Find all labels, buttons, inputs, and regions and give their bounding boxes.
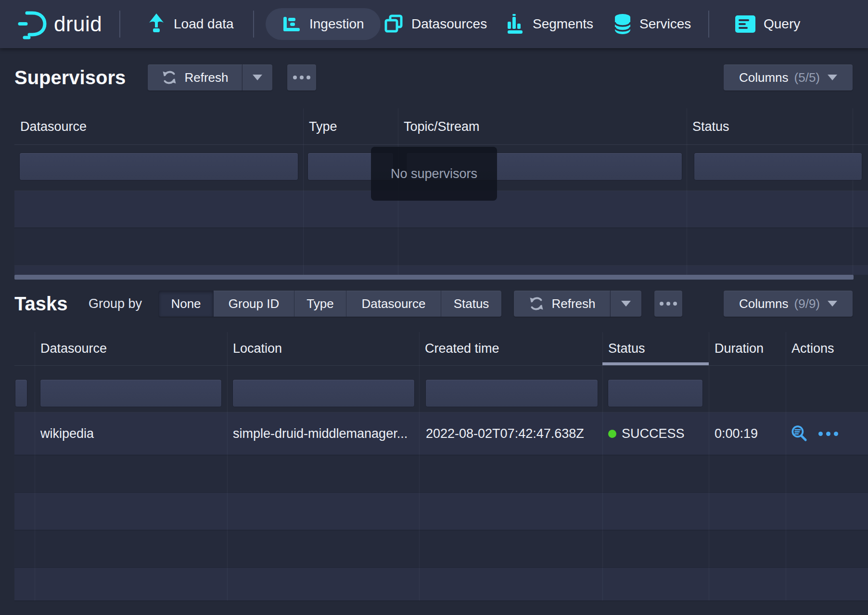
tasks-header-status[interactable]: Status — [602, 332, 715, 365]
tasks-filter-created-time[interactable] — [426, 380, 598, 407]
chevron-down-icon — [253, 75, 262, 80]
groupby-status-button[interactable]: Status — [441, 291, 501, 317]
column-divider — [687, 108, 687, 275]
supervisors-refresh-caret[interactable] — [242, 64, 272, 90]
column-divider — [709, 332, 709, 601]
tasks-filter-datasource[interactable] — [40, 380, 221, 407]
more-icon — [660, 302, 677, 306]
nav-query[interactable]: Query — [735, 0, 800, 48]
druid-console: druid Load data Ingestion — [0, 0, 868, 615]
row-divider — [14, 455, 868, 455]
column-divider — [602, 332, 603, 601]
nav-ingestion[interactable]: Ingestion — [266, 8, 381, 40]
tasks-columns-button[interactable]: Columns (9/9) — [724, 291, 853, 317]
inspect-search-icon[interactable] — [791, 425, 808, 442]
supervisors-hscrollbar[interactable] — [14, 275, 854, 280]
tasks-empty-row — [14, 567, 868, 601]
column-divider — [227, 332, 228, 601]
tasks-header-location[interactable]: Location — [227, 332, 425, 365]
supervisors-more-button[interactable] — [287, 64, 316, 90]
group-by-label: Group by — [89, 291, 142, 317]
row-divider — [14, 412, 868, 412]
column-divider — [303, 108, 304, 275]
nav-divider — [119, 11, 120, 38]
tasks-header-actions[interactable]: Actions — [786, 332, 868, 365]
success-status-dot — [608, 430, 616, 438]
column-divider — [419, 332, 420, 601]
nav-segments[interactable]: Segments — [506, 0, 593, 48]
nav-divider — [708, 11, 709, 38]
tasks-header-datasource[interactable]: Datasource — [35, 332, 233, 365]
tasks-more-button[interactable] — [654, 291, 682, 317]
tasks-empty-row — [14, 455, 868, 492]
refresh-icon — [161, 69, 178, 86]
tasks-filter-task-id[interactable] — [15, 380, 27, 407]
supervisors-header-datasource[interactable]: Datasource — [14, 108, 309, 145]
tasks-columns-label: Columns — [739, 296, 789, 311]
nav-divider — [253, 11, 254, 38]
supervisors-columns-label: Columns — [739, 70, 789, 85]
nav-load-data[interactable]: Load data — [147, 0, 234, 48]
tasks-filter-location[interactable] — [233, 380, 414, 407]
supervisors-columns-button[interactable]: Columns (5/5) — [724, 64, 853, 90]
nav-segments-label: Segments — [533, 16, 593, 32]
supervisors-empty-row — [14, 228, 868, 265]
services-icon — [614, 13, 631, 35]
groupby-datasource-button[interactable]: Datasource — [346, 291, 441, 317]
nav-datasources-label: Datasources — [411, 16, 487, 32]
tasks-columns-count: (9/9) — [794, 296, 820, 311]
row-divider — [14, 492, 868, 493]
groupby-group-id-button[interactable]: Group ID — [214, 291, 294, 317]
tasks-refresh-button[interactable]: Refresh — [514, 291, 610, 317]
nav-query-label: Query — [764, 16, 800, 32]
datasources-icon — [384, 14, 403, 34]
supervisors-title: Supervisors — [14, 64, 126, 90]
tasks-empty-row — [14, 530, 868, 567]
nav-load-data-label: Load data — [174, 16, 234, 32]
supervisors-header-status[interactable]: Status — [687, 108, 868, 145]
ingestion-icon — [282, 14, 301, 34]
supervisors-header-topic-stream[interactable]: Topic/Stream — [398, 108, 692, 145]
tasks-title: Tasks — [14, 291, 67, 317]
supervisors-refresh-label: Refresh — [184, 70, 228, 85]
chevron-down-icon — [828, 75, 837, 80]
no-supervisors-message: No supervisors — [371, 147, 497, 201]
nav-datasources[interactable]: Datasources — [384, 0, 487, 48]
supervisors-columns-count: (5/5) — [794, 70, 820, 85]
task-more-actions-icon[interactable] — [818, 432, 838, 436]
groupby-none-button[interactable]: None — [159, 291, 214, 317]
druid-logo[interactable]: druid — [16, 0, 102, 48]
druid-logo-icon — [16, 9, 47, 39]
supervisors-filter-status[interactable] — [694, 153, 862, 180]
query-icon — [735, 15, 755, 33]
column-divider — [786, 332, 786, 601]
row-divider — [14, 530, 868, 530]
tasks-header-duration[interactable]: Duration — [709, 332, 791, 365]
nav-ingestion-label: Ingestion — [309, 16, 364, 32]
groupby-type-button[interactable]: Type — [294, 291, 346, 317]
supervisors-header-type[interactable]: Type — [303, 108, 404, 145]
task-created-time: 2022-08-02T07:42:47.638Z — [426, 412, 584, 455]
tasks-refresh-label: Refresh — [551, 296, 595, 311]
task-status-text: SUCCESS — [622, 426, 685, 441]
row-divider — [14, 228, 868, 228]
task-status: SUCCESS — [608, 412, 685, 455]
supervisors-refresh-button[interactable]: Refresh — [148, 64, 242, 90]
column-divider — [853, 108, 853, 275]
supervisors-filter-datasource[interactable] — [20, 153, 298, 180]
upload-icon — [147, 13, 166, 35]
tasks-header-created-time[interactable]: Created time — [419, 332, 608, 365]
nav-services[interactable]: Services — [614, 0, 691, 48]
task-row[interactable]: wikipedia simple-druid-middlemanager... … — [14, 412, 868, 455]
tasks-filter-status[interactable] — [608, 380, 702, 407]
row-divider — [14, 567, 868, 568]
task-location: simple-druid-middlemanager... — [233, 412, 408, 455]
row-divider — [14, 144, 868, 145]
tasks-empty-row — [14, 492, 868, 530]
tasks-refresh-caret[interactable] — [610, 291, 641, 317]
chevron-down-icon — [828, 301, 837, 307]
top-nav: druid Load data Ingestion — [0, 0, 868, 48]
supervisors-empty-row — [14, 266, 868, 275]
nav-services-label: Services — [639, 16, 691, 32]
row-divider — [14, 365, 868, 366]
